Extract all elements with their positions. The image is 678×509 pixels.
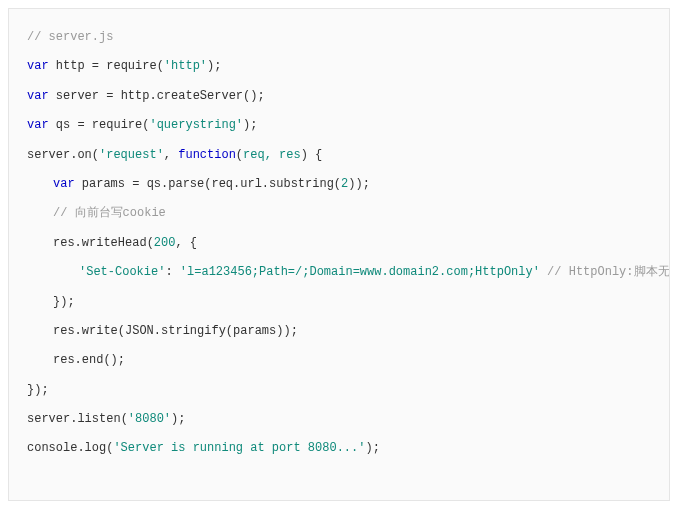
code-line: server.on('request', function(req, res) … bbox=[27, 141, 651, 170]
code-token: 'Set-Cookie' bbox=[79, 265, 165, 279]
code-token: res.writeHead bbox=[53, 236, 147, 250]
code-token: ( bbox=[147, 236, 154, 250]
code-token: params bbox=[233, 324, 276, 338]
code-token: }); bbox=[27, 383, 49, 397]
code-token: ( bbox=[334, 177, 341, 191]
code-token: var bbox=[53, 177, 75, 191]
code-token: ); bbox=[243, 118, 257, 132]
code-token: = bbox=[132, 177, 146, 191]
code-token: 'querystring' bbox=[149, 118, 243, 132]
code-content: // server.jsvar http = require('http');v… bbox=[9, 9, 669, 478]
code-line: var server = http.createServer(); bbox=[27, 82, 651, 111]
code-token: res.end bbox=[53, 353, 103, 367]
code-token: }); bbox=[53, 295, 75, 309]
code-token: req, res bbox=[243, 148, 301, 162]
code-token: server.on bbox=[27, 148, 92, 162]
code-line: console.log('Server is running at port 8… bbox=[27, 434, 651, 463]
code-line: server.listen('8080'); bbox=[27, 405, 651, 434]
code-token: = bbox=[77, 118, 91, 132]
code-token: 200 bbox=[154, 236, 176, 250]
code-token: require bbox=[92, 118, 142, 132]
code-token: function bbox=[178, 148, 236, 162]
code-token: req.url.substring bbox=[211, 177, 333, 191]
code-token: ( bbox=[92, 148, 99, 162]
code-line: var params = qs.parse(req.url.substring(… bbox=[27, 170, 651, 199]
code-token: // server.js bbox=[27, 30, 113, 44]
code-line: // 向前台写cookie bbox=[27, 199, 651, 228]
code-token: server bbox=[49, 89, 107, 103]
code-token: ); bbox=[171, 412, 185, 426]
code-token: params bbox=[75, 177, 133, 191]
code-token: ); bbox=[207, 59, 221, 73]
code-token: )); bbox=[348, 177, 370, 191]
code-token: '8080' bbox=[128, 412, 171, 426]
code-token: 'Server is running at port 8080...' bbox=[113, 441, 365, 455]
code-line: var qs = require('querystring'); bbox=[27, 111, 651, 140]
code-token: (); bbox=[243, 89, 265, 103]
code-token: console.log bbox=[27, 441, 106, 455]
code-token: ( bbox=[157, 59, 164, 73]
code-token: )); bbox=[276, 324, 298, 338]
code-token: res.write bbox=[53, 324, 118, 338]
code-token: 'request' bbox=[99, 148, 164, 162]
code-token: (); bbox=[103, 353, 125, 367]
code-token: : bbox=[165, 265, 179, 279]
code-token: http bbox=[49, 59, 92, 73]
code-token: // 向前台写cookie bbox=[53, 206, 166, 220]
code-token bbox=[540, 265, 547, 279]
code-token: qs bbox=[49, 118, 78, 132]
code-token: = bbox=[92, 59, 106, 73]
code-token: 'l=a123456;Path=/;Domain=www.domain2.com… bbox=[180, 265, 540, 279]
code-token: var bbox=[27, 118, 49, 132]
code-line: }); bbox=[27, 288, 651, 317]
code-token: , bbox=[175, 236, 189, 250]
code-token: 'http' bbox=[164, 59, 207, 73]
code-token: , bbox=[164, 148, 178, 162]
code-token: { bbox=[315, 148, 322, 162]
code-token: var bbox=[27, 59, 49, 73]
code-line: res.writeHead(200, { bbox=[27, 229, 651, 258]
code-token: { bbox=[190, 236, 197, 250]
code-token: // HttpOnly:脚本无法读取 bbox=[547, 265, 670, 279]
code-line: res.write(JSON.stringify(params)); bbox=[27, 317, 651, 346]
code-token: ( bbox=[236, 148, 243, 162]
code-line: // server.js bbox=[27, 23, 651, 52]
code-token: JSON.stringify bbox=[125, 324, 226, 338]
code-token: http.createServer bbox=[121, 89, 243, 103]
code-token: var bbox=[27, 89, 49, 103]
code-line: var http = require('http'); bbox=[27, 52, 651, 81]
code-token: ) bbox=[301, 148, 308, 162]
code-block[interactable]: // server.jsvar http = require('http');v… bbox=[8, 8, 670, 501]
code-token: server.listen bbox=[27, 412, 121, 426]
code-line: }); bbox=[27, 376, 651, 405]
code-line: 'Set-Cookie': 'l=a123456;Path=/;Domain=w… bbox=[27, 258, 651, 287]
code-line: res.end(); bbox=[27, 346, 651, 375]
code-token: qs.parse bbox=[147, 177, 205, 191]
code-token: require bbox=[106, 59, 156, 73]
code-token: ( bbox=[118, 324, 125, 338]
code-token: = bbox=[106, 89, 120, 103]
code-token: ); bbox=[365, 441, 379, 455]
code-token bbox=[308, 148, 315, 162]
code-token: ( bbox=[226, 324, 233, 338]
code-token: ( bbox=[121, 412, 128, 426]
